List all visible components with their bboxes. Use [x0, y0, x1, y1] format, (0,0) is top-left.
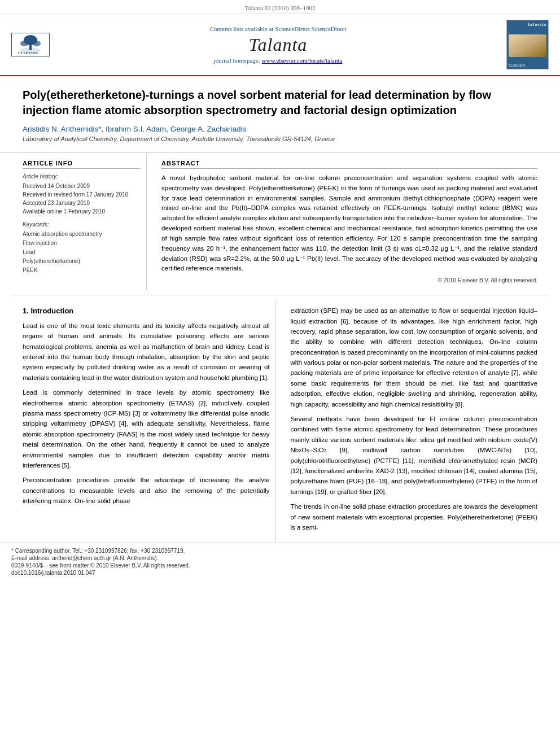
accepted-date: Accepted 23 January 2010: [23, 199, 141, 207]
right-para-1: extraction (SPE) may be used as an alter…: [291, 305, 538, 409]
copyright-note: © 2010 Elsevier B.V. All rights reserved…: [161, 277, 537, 283]
email-address: antherid@chem.auth.gr (A.N. Anthemidis).: [52, 555, 158, 561]
sciencedirect-link[interactable]: ScienceDirect: [312, 25, 347, 32]
article-body: ARTICLE INFO Article history: Received 1…: [0, 153, 560, 290]
cover-image: [509, 34, 546, 57]
cover-bottom: ELSEVIER: [509, 64, 546, 67]
keywords-section: Keywords: Atomic absorption spectrometry…: [23, 221, 141, 275]
article-title: Poly(etheretherketone)-turnings a novel …: [23, 88, 537, 118]
svg-point-3: [20, 41, 28, 46]
received-date: Received 14 October 2009: [23, 182, 141, 190]
main-content: 1. Introduction Lead is one of the most …: [0, 300, 560, 543]
issn-line: 0039-9140/$ – see front matter © 2010 El…: [11, 562, 549, 569]
sciencedirect-text: Contents lists available at ScienceDirec…: [50, 25, 506, 32]
received-revised-date: Received in revised form 17 January 2010: [23, 190, 141, 199]
keyword-5: PEEK: [23, 266, 141, 275]
page: Talanta 81 (2010) 996–1002 ELSEVIER Cont…: [0, 0, 560, 747]
intro-para-1: Lead is one of the most toxic elements a…: [23, 321, 270, 383]
abstract-text: A novel hydrophobic sorbent material for…: [161, 173, 537, 274]
doi-line: doi:10.1016/j.talanta.2010.01.047: [11, 570, 549, 576]
keyword-1: Atomic absorption spectrometry: [23, 230, 141, 239]
abstract-heading: ABSTRACT: [161, 160, 537, 169]
footer: * Corresponding author. Tel.: +30 231099…: [0, 543, 560, 579]
main-right-column: extraction (SPE) may be used as an alter…: [285, 300, 549, 543]
intro-para-2: Lead is commonly determined in trace lev…: [23, 387, 270, 470]
elsevier-logo: ELSEVIER: [11, 33, 50, 56]
journal-center: Contents lists available at ScienceDirec…: [50, 25, 506, 64]
elsevier-tree-icon: ELSEVIER: [16, 34, 45, 55]
history-label: Article history:: [23, 173, 141, 180]
abstract-column: ABSTRACT A novel hydrophobic sorbent mat…: [156, 153, 549, 290]
footnote-star: * Corresponding author. Tel.: +30 231099…: [11, 548, 549, 554]
volume-text: Talanta 81 (2010) 996–1002: [245, 5, 316, 11]
available-date: Available online 1 February 2010: [23, 207, 141, 216]
email-label: E-mail address:: [11, 555, 50, 561]
article-header: Poly(etheretherketone)-turnings a novel …: [0, 76, 560, 153]
email-note: E-mail address: antherid@chem.auth.gr (A…: [11, 555, 549, 561]
article-info-column: ARTICLE INFO Article history: Received 1…: [11, 153, 147, 290]
right-para-2: Several methods have been developed for …: [291, 414, 538, 497]
svg-point-4: [33, 41, 41, 46]
keyword-2: Flow injection: [23, 239, 141, 248]
keyword-4: Poly(etheretherketone): [23, 257, 141, 266]
keywords-label: Keywords:: [23, 221, 141, 228]
journal-cover: talanta ELSEVIER: [506, 20, 549, 69]
cover-label: talanta: [509, 22, 546, 27]
article-info-heading: ARTICLE INFO: [23, 160, 141, 169]
journal-header: ELSEVIER Contents lists available at Sci…: [0, 14, 560, 76]
svg-text:ELSEVIER: ELSEVIER: [18, 51, 38, 55]
article-affiliation: Laboratory of Analytical Chemistry, Depa…: [23, 136, 537, 142]
journal-name: Talanta: [50, 34, 506, 55]
right-para-3: The trends in on-line solid phase extrac…: [291, 501, 538, 532]
intro-heading: 1. Introduction: [23, 305, 270, 317]
article-authors: Aristidis N. Anthemidis*, Ibrahim S.I. A…: [23, 125, 537, 133]
volume-bar: Talanta 81 (2010) 996–1002: [0, 0, 560, 14]
keyword-3: Lead: [23, 248, 141, 257]
journal-homepage-link[interactable]: www.elsevier.com/locate/talanta: [262, 57, 343, 64]
section-divider: [11, 295, 549, 295]
intro-para-3: Preconcentration procedures provide the …: [23, 475, 270, 506]
journal-homepage: journal homepage: www.elsevier.com/locat…: [50, 57, 506, 64]
main-left-column: 1. Introduction Lead is one of the most …: [11, 300, 276, 543]
elsevier-logo-box: ELSEVIER: [11, 33, 50, 56]
